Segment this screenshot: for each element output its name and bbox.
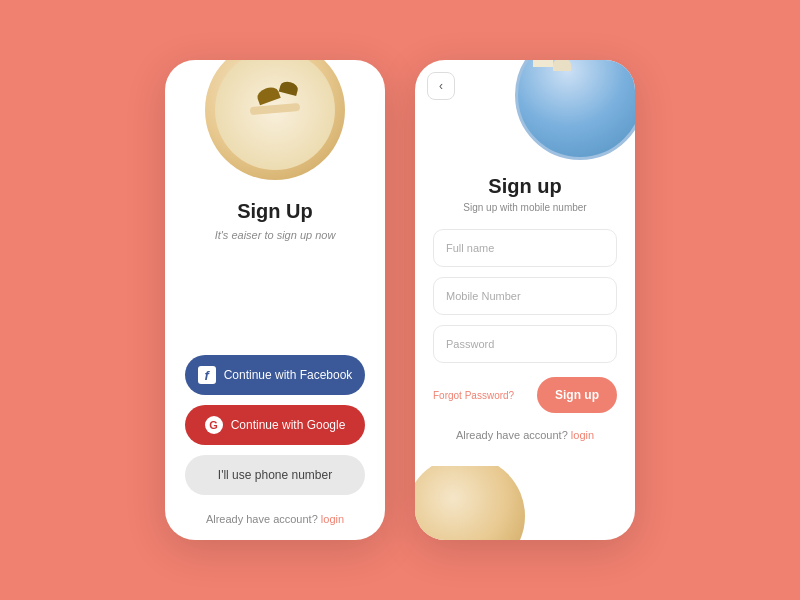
phone-button-label: I'll use phone number (218, 468, 332, 482)
login-link-1[interactable]: login (321, 513, 344, 525)
google-button[interactable]: G Continue with Google (185, 405, 365, 445)
facebook-button-label: Continue with Facebook (224, 368, 353, 382)
card1-content: Sign Up It's eaiser to sign up now f Con… (165, 180, 385, 540)
signup-button[interactable]: Sign up (537, 377, 617, 413)
mushroom-decoration-1 (255, 85, 280, 106)
forgot-password-link[interactable]: Forgot Password? (433, 390, 514, 401)
food-image-top (165, 60, 385, 180)
food-bowl-inner (215, 60, 335, 170)
form-actions: Forgot Password? Sign up (433, 377, 617, 413)
mushroom-decoration-2 (279, 80, 299, 96)
form-subtitle: Sign up with mobile number (433, 202, 617, 213)
card1-title: Sign Up (237, 200, 313, 223)
back-button[interactable]: ‹ (427, 72, 455, 100)
bottom-food-bowl (415, 466, 525, 540)
google-icon: G (205, 416, 223, 434)
facebook-button[interactable]: f Continue with Facebook (185, 355, 365, 395)
dumpling-2 (553, 60, 571, 71)
google-button-label: Continue with Google (231, 418, 346, 432)
already-account-text: Already have account? login (206, 513, 344, 525)
form-title: Sign up (433, 175, 617, 198)
dumpling-1 (533, 60, 553, 67)
noodles-decoration (250, 103, 301, 115)
login-link-2[interactable]: login (571, 429, 594, 441)
fullname-input[interactable] (433, 229, 617, 267)
food-image-bottom (415, 466, 635, 540)
signup-card-social: Sign Up It's eaiser to sign up now f Con… (165, 60, 385, 540)
food-bowl-1 (205, 60, 345, 180)
form-content: Sign up Sign up with mobile number Forgo… (415, 160, 635, 466)
card1-subtitle: It's eaiser to sign up now (215, 229, 336, 241)
password-input[interactable] (433, 325, 617, 363)
form-bowl (515, 60, 635, 160)
signup-card-form: ‹ Sign up Sign up with mobile number For… (415, 60, 635, 540)
spacer-bottom (433, 441, 617, 451)
phone-button[interactable]: I'll use phone number (185, 455, 365, 495)
back-icon: ‹ (439, 79, 443, 93)
facebook-icon: f (198, 366, 216, 384)
mobile-input[interactable] (433, 277, 617, 315)
already-account-text-2: Already have account? login (433, 429, 617, 441)
